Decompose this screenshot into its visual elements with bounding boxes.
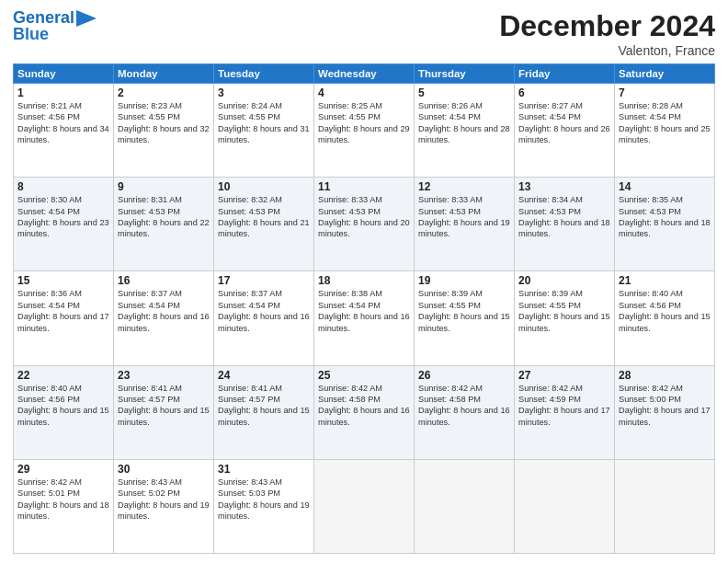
table-row: 18 Sunrise: 8:38 AMSunset: 4:54 PMDaylig… xyxy=(314,271,415,365)
day-number: 18 xyxy=(318,274,410,287)
day-number: 24 xyxy=(218,369,310,382)
table-row: 5 Sunrise: 8:26 AMSunset: 4:54 PMDayligh… xyxy=(415,84,515,178)
day-number: 20 xyxy=(518,274,610,287)
day-number: 8 xyxy=(17,180,109,193)
cell-sunrise: Sunrise: 8:40 AMSunset: 4:56 PMDaylight:… xyxy=(619,289,711,332)
cell-sunrise: Sunrise: 8:30 AMSunset: 4:54 PMDaylight:… xyxy=(17,195,109,238)
day-number: 5 xyxy=(418,86,510,99)
day-number: 25 xyxy=(318,369,410,382)
calendar-header-row: Sunday Monday Tuesday Wednesday Thursday… xyxy=(14,64,715,84)
table-row: 2 Sunrise: 8:23 AMSunset: 4:55 PMDayligh… xyxy=(114,84,214,178)
col-tuesday: Tuesday xyxy=(214,64,314,84)
table-row: 4 Sunrise: 8:25 AMSunset: 4:55 PMDayligh… xyxy=(314,84,415,178)
table-row: 19 Sunrise: 8:39 AMSunset: 4:55 PMDaylig… xyxy=(415,271,515,365)
cell-sunrise: Sunrise: 8:42 AMSunset: 5:01 PMDaylight:… xyxy=(17,477,109,521)
day-number: 28 xyxy=(619,369,711,382)
col-sunday: Sunday xyxy=(14,64,114,84)
calendar-table: Sunday Monday Tuesday Wednesday Thursday… xyxy=(13,63,715,554)
day-number: 30 xyxy=(118,463,210,476)
cell-sunrise: Sunrise: 8:38 AMSunset: 4:54 PMDaylight:… xyxy=(318,289,410,332)
day-number: 2 xyxy=(118,86,210,99)
table-row: 17 Sunrise: 8:37 AMSunset: 4:54 PMDaylig… xyxy=(214,271,314,365)
day-number: 14 xyxy=(619,180,711,193)
cell-sunrise: Sunrise: 8:41 AMSunset: 4:57 PMDaylight:… xyxy=(218,384,310,427)
day-number: 23 xyxy=(118,369,210,382)
col-monday: Monday xyxy=(114,64,214,84)
table-row: 12 Sunrise: 8:33 AMSunset: 4:53 PMDaylig… xyxy=(415,178,515,271)
day-number: 13 xyxy=(518,180,610,193)
table-row xyxy=(615,459,715,553)
day-number: 16 xyxy=(118,274,210,287)
table-row xyxy=(314,459,415,553)
day-number: 19 xyxy=(418,274,510,287)
logo: General Blue xyxy=(13,9,97,44)
table-row: 23 Sunrise: 8:41 AMSunset: 4:57 PMDaylig… xyxy=(114,365,214,459)
page: General Blue December 2024 Valenton, Fra… xyxy=(0,0,728,563)
day-number: 1 xyxy=(17,86,109,99)
header: General Blue December 2024 Valenton, Fra… xyxy=(13,9,715,58)
svg-marker-0 xyxy=(76,10,97,27)
table-row: 29 Sunrise: 8:42 AMSunset: 5:01 PMDaylig… xyxy=(14,459,114,553)
day-number: 15 xyxy=(17,274,109,287)
day-number: 31 xyxy=(218,463,310,476)
month-title: December 2024 xyxy=(499,9,715,43)
day-number: 21 xyxy=(619,274,711,287)
table-row: 30 Sunrise: 8:43 AMSunset: 5:02 PMDaylig… xyxy=(114,459,214,553)
table-row: 21 Sunrise: 8:40 AMSunset: 4:56 PMDaylig… xyxy=(615,271,715,365)
day-number: 3 xyxy=(218,86,310,99)
day-number: 9 xyxy=(118,180,210,193)
day-number: 17 xyxy=(218,274,310,287)
table-row: 13 Sunrise: 8:34 AMSunset: 4:53 PMDaylig… xyxy=(515,178,615,271)
table-row: 27 Sunrise: 8:42 AMSunset: 4:59 PMDaylig… xyxy=(515,365,615,459)
col-thursday: Thursday xyxy=(415,64,515,84)
cell-sunrise: Sunrise: 8:28 AMSunset: 4:54 PMDaylight:… xyxy=(619,101,711,144)
cell-sunrise: Sunrise: 8:42 AMSunset: 4:58 PMDaylight:… xyxy=(418,384,510,427)
table-row: 14 Sunrise: 8:35 AMSunset: 4:53 PMDaylig… xyxy=(615,178,715,271)
day-number: 29 xyxy=(17,463,109,476)
day-number: 12 xyxy=(418,180,510,193)
table-row: 16 Sunrise: 8:37 AMSunset: 4:54 PMDaylig… xyxy=(114,271,214,365)
day-number: 6 xyxy=(518,86,610,99)
table-row: 9 Sunrise: 8:31 AMSunset: 4:53 PMDayligh… xyxy=(114,178,214,271)
table-row: 26 Sunrise: 8:42 AMSunset: 4:58 PMDaylig… xyxy=(415,365,515,459)
col-friday: Friday xyxy=(515,64,615,84)
cell-sunrise: Sunrise: 8:43 AMSunset: 5:03 PMDaylight:… xyxy=(218,477,310,521)
table-row: 7 Sunrise: 8:28 AMSunset: 4:54 PMDayligh… xyxy=(615,84,715,178)
table-row: 25 Sunrise: 8:42 AMSunset: 4:58 PMDaylig… xyxy=(314,365,415,459)
table-row: 11 Sunrise: 8:33 AMSunset: 4:53 PMDaylig… xyxy=(314,178,415,271)
cell-sunrise: Sunrise: 8:33 AMSunset: 4:53 PMDaylight:… xyxy=(318,195,410,238)
cell-sunrise: Sunrise: 8:42 AMSunset: 5:00 PMDaylight:… xyxy=(619,384,711,427)
table-row xyxy=(415,459,515,553)
col-saturday: Saturday xyxy=(615,64,715,84)
table-row xyxy=(515,459,615,553)
cell-sunrise: Sunrise: 8:35 AMSunset: 4:53 PMDaylight:… xyxy=(619,195,711,238)
cell-sunrise: Sunrise: 8:24 AMSunset: 4:55 PMDaylight:… xyxy=(218,101,310,144)
cell-sunrise: Sunrise: 8:39 AMSunset: 4:55 PMDaylight:… xyxy=(518,289,610,332)
col-wednesday: Wednesday xyxy=(314,64,415,84)
logo-arrow-icon xyxy=(76,10,97,27)
table-row: 6 Sunrise: 8:27 AMSunset: 4:54 PMDayligh… xyxy=(515,84,615,178)
table-row: 24 Sunrise: 8:41 AMSunset: 4:57 PMDaylig… xyxy=(214,365,314,459)
day-number: 7 xyxy=(619,86,711,99)
cell-sunrise: Sunrise: 8:27 AMSunset: 4:54 PMDaylight:… xyxy=(518,101,610,144)
cell-sunrise: Sunrise: 8:43 AMSunset: 5:02 PMDaylight:… xyxy=(118,477,210,521)
logo-blue-text: Blue xyxy=(13,25,49,43)
cell-sunrise: Sunrise: 8:26 AMSunset: 4:54 PMDaylight:… xyxy=(418,101,510,144)
cell-sunrise: Sunrise: 8:31 AMSunset: 4:53 PMDaylight:… xyxy=(118,195,210,238)
cell-sunrise: Sunrise: 8:39 AMSunset: 4:55 PMDaylight:… xyxy=(418,289,510,332)
table-row: 3 Sunrise: 8:24 AMSunset: 4:55 PMDayligh… xyxy=(214,84,314,178)
day-number: 10 xyxy=(218,180,310,193)
table-row: 20 Sunrise: 8:39 AMSunset: 4:55 PMDaylig… xyxy=(515,271,615,365)
calendar-body: 1 Sunrise: 8:21 AMSunset: 4:56 PMDayligh… xyxy=(14,84,715,554)
table-row: 8 Sunrise: 8:30 AMSunset: 4:54 PMDayligh… xyxy=(14,178,114,271)
title-block: December 2024 Valenton, France xyxy=(499,9,715,58)
cell-sunrise: Sunrise: 8:25 AMSunset: 4:55 PMDaylight:… xyxy=(318,101,410,144)
cell-sunrise: Sunrise: 8:37 AMSunset: 4:54 PMDaylight:… xyxy=(218,289,310,332)
day-number: 11 xyxy=(318,180,410,193)
table-row: 1 Sunrise: 8:21 AMSunset: 4:56 PMDayligh… xyxy=(14,84,114,178)
cell-sunrise: Sunrise: 8:41 AMSunset: 4:57 PMDaylight:… xyxy=(118,384,210,427)
day-number: 22 xyxy=(17,369,109,382)
cell-sunrise: Sunrise: 8:36 AMSunset: 4:54 PMDaylight:… xyxy=(17,289,109,332)
day-number: 27 xyxy=(518,369,610,382)
cell-sunrise: Sunrise: 8:37 AMSunset: 4:54 PMDaylight:… xyxy=(118,289,210,332)
